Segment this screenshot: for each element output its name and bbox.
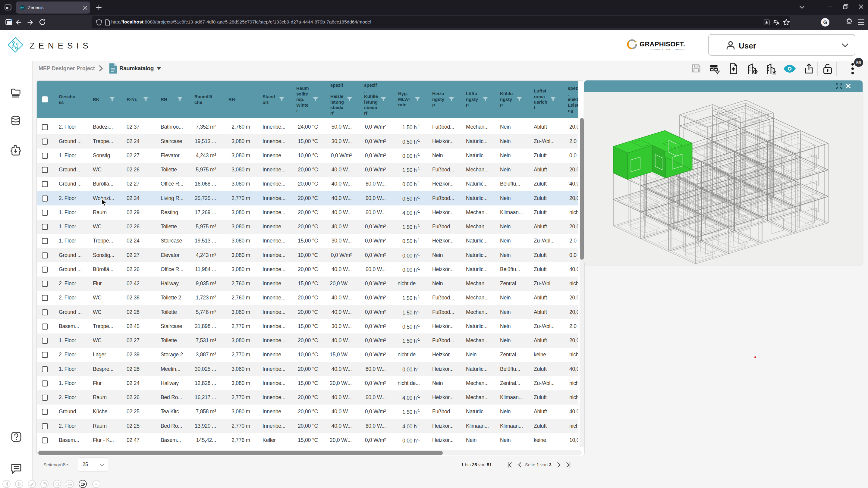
svg-text:G: G xyxy=(823,20,827,25)
svg-text:59: 59 xyxy=(856,60,861,65)
